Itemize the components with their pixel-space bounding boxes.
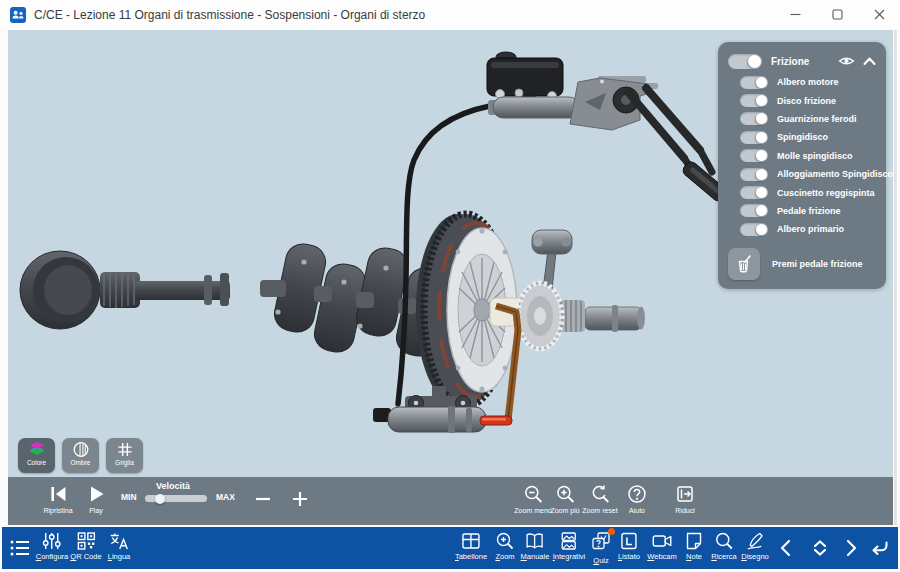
color-layers-icon <box>28 441 46 458</box>
help-button[interactable]: Aiuto <box>627 484 647 514</box>
toggle-switch[interactable] <box>740 204 768 217</box>
toolbar-label: Lingua <box>108 552 131 561</box>
close-button[interactable] <box>858 0 900 29</box>
frizione-toggle[interactable] <box>728 54 762 69</box>
collapse-bar-button[interactable]: Riduci <box>675 484 695 514</box>
speed-decrease-button[interactable] <box>254 490 272 508</box>
note-icon <box>684 531 704 551</box>
help-icon <box>627 484 647 504</box>
back-return-button[interactable] <box>868 538 890 562</box>
toolbar-webcam[interactable]: Webcam <box>647 531 676 561</box>
model-viewport[interactable]: Frizione Albero motore Disco frizione <box>8 30 893 525</box>
play-icon <box>86 484 106 504</box>
toolbar-manuale[interactable]: Manuale <box>521 531 550 561</box>
colore-button[interactable]: Colore <box>18 438 55 473</box>
toolbar-label: Ricerca <box>711 552 736 561</box>
pedal-arm-model <box>613 87 729 203</box>
toolbar-tabellone[interactable]: Tabellone <box>455 531 487 561</box>
toggle-switch[interactable] <box>740 76 768 89</box>
toolbar-label: QR Code <box>70 552 101 561</box>
toggle-switch[interactable] <box>740 186 768 199</box>
toggle-label: Albero primario <box>777 224 844 234</box>
toolbar-label: Manuale <box>521 552 550 561</box>
visibility-eye-icon[interactable] <box>838 55 855 67</box>
toggle-switch[interactable] <box>740 94 768 107</box>
toolbar-zoom[interactable]: Zoom <box>495 531 515 561</box>
zoom-in-button[interactable]: Zoom più <box>550 484 579 514</box>
ombre-button[interactable]: Ombre <box>62 438 99 473</box>
toggle-switch[interactable] <box>740 168 768 181</box>
layer-toggle-alloggiamento-spingidisco[interactable]: Alloggiamento Spingidisco <box>728 165 876 183</box>
toggle-switch[interactable] <box>740 112 768 125</box>
grid-icon <box>116 441 134 458</box>
griglia-button[interactable]: Griglia <box>106 438 143 473</box>
canvas-scrollbar[interactable] <box>894 30 897 525</box>
previous-button[interactable] <box>777 538 795 562</box>
qr-code-icon <box>76 531 96 551</box>
expand-collapse-button[interactable] <box>811 538 829 562</box>
collapse-chevron-up-icon[interactable] <box>863 56 876 66</box>
toolbar-listato[interactable]: Listato <box>618 531 640 561</box>
minimize-button[interactable] <box>774 0 816 29</box>
toolbar-quiz[interactable]: Quiz <box>591 531 611 565</box>
layer-toggle-molle-spingidisco[interactable]: Molle spingidisco <box>728 147 876 165</box>
layer-toggle-guarnizione-ferodi[interactable]: Guarnizione ferodi <box>728 110 876 128</box>
layer-toggle-albero-motore[interactable]: Albero motore <box>728 73 876 91</box>
menu-list-button[interactable] <box>9 538 31 562</box>
layer-toggle-disco-frizione[interactable]: Disco frizione <box>728 91 876 109</box>
toolbar-disegno[interactable]: Disegno <box>741 531 769 561</box>
layer-toggle-albero-primario[interactable]: Albero primario <box>728 220 876 238</box>
listing-icon <box>619 531 639 551</box>
plus-icon <box>291 490 309 508</box>
toggle-switch[interactable] <box>740 223 768 236</box>
sliders-icon <box>42 531 62 551</box>
toolbar-ricerca[interactable]: Ricerca <box>711 531 736 561</box>
velocity-slider-knob[interactable] <box>155 494 165 504</box>
toggle-switch[interactable] <box>740 131 768 144</box>
toolbar-configura[interactable]: Configura <box>36 531 69 561</box>
play-button[interactable]: Play <box>86 484 106 514</box>
maximize-button[interactable] <box>816 0 858 29</box>
control-label: Zoom reset <box>582 507 617 514</box>
toolbar-label: Tabellone <box>455 552 487 561</box>
toolbar-note[interactable]: Note <box>684 531 704 561</box>
draw-pen-icon <box>745 531 765 551</box>
velocity-slider[interactable] <box>145 495 207 502</box>
toggle-label: Alloggiamento Spingidisco <box>777 169 893 179</box>
primary-shaft-gear-model <box>518 283 645 349</box>
pedal-press-icon <box>734 254 754 274</box>
toolbar-lingua[interactable]: Lingua <box>108 531 131 561</box>
toggle-label: Spingidisco <box>777 132 828 142</box>
magnifier-plus-icon <box>495 531 515 551</box>
language-icon <box>109 531 129 551</box>
toolbar-label: Quiz <box>593 556 608 565</box>
view-button-label: Colore <box>27 459 46 466</box>
control-label: Zoom meno <box>514 507 551 514</box>
toolbar-integrativi[interactable]: Integrativi <box>553 531 586 561</box>
toolbar-qr-code[interactable]: QR Code <box>70 531 101 561</box>
press-pedal-button[interactable] <box>728 248 760 280</box>
ripristina-button[interactable]: Ripristina <box>43 484 72 514</box>
layer-toggle-pedale-frizione[interactable]: Pedale frizione <box>728 202 876 220</box>
app-icon <box>10 7 26 23</box>
zoom-reset-button[interactable]: Zoom reset <box>582 484 617 514</box>
toggle-label: Cuscinetto reggispinta <box>777 188 875 198</box>
zoom-out-button[interactable]: Zoom meno <box>514 484 551 514</box>
layer-toggle-spingidisco[interactable]: Spingidisco <box>728 128 876 146</box>
playback-control-bar: Ripristina Play MIN Velocità MAX <box>8 477 893 525</box>
next-button[interactable] <box>842 538 860 562</box>
toolbar-label: Note <box>686 552 702 561</box>
panel-title: Frizione <box>771 56 838 67</box>
app-window: C/CE - Lezione 11 Organi di trasmissione… <box>0 0 900 572</box>
view-button-label: Ombre <box>71 459 91 466</box>
view-options: Colore Ombre Griglia <box>18 438 143 473</box>
layer-toggle-cuscinetto-reggispinta[interactable]: Cuscinetto reggispinta <box>728 183 876 201</box>
speed-increase-button[interactable] <box>291 490 309 508</box>
layers-panel: Frizione Albero motore Disco frizione <box>718 42 886 289</box>
slider-min-label: MIN <box>121 492 137 502</box>
window-title: C/CE - Lezione 11 Organi di trasmissione… <box>34 8 425 22</box>
toggle-switch[interactable] <box>740 149 768 162</box>
board-grid-icon <box>461 531 481 551</box>
quiz-notification-dot <box>608 528 615 535</box>
search-icon <box>714 531 734 551</box>
